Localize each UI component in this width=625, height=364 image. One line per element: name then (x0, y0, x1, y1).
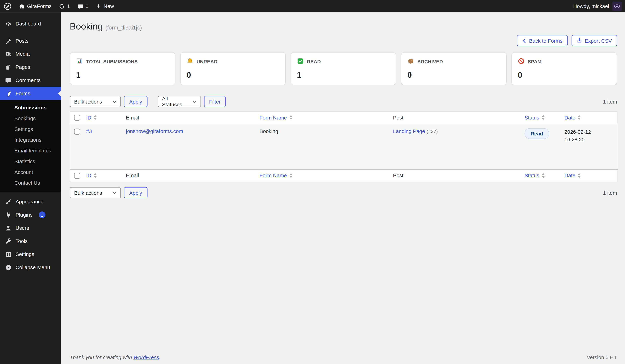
submission-date: 2026-02-12 (564, 128, 618, 136)
sidebar-item-pages[interactable]: Pages (0, 60, 61, 74)
item-count: 1 item (603, 190, 617, 196)
post-header: Post (393, 169, 525, 182)
sort-by-id[interactable]: ID (86, 171, 97, 179)
sort-by-form-name[interactable]: Form Name (259, 171, 293, 179)
collapse-menu-button[interactable]: Collapse Menu (0, 261, 61, 274)
howdy-text: Howdy, mickael (573, 3, 609, 9)
sidebar-item-media[interactable]: Media (0, 47, 61, 60)
sidebar-item-users[interactable]: Users (0, 222, 61, 235)
comment-count: 0 (86, 3, 89, 9)
submenu-item-account[interactable]: Account (0, 167, 61, 178)
paintbrush-icon (5, 198, 12, 205)
sidebar-item-label: Plugins (16, 212, 33, 218)
giraffe-icon (5, 90, 12, 97)
submission-email-link[interactable]: jonsnow@giraforms.com (126, 128, 183, 134)
sort-by-date[interactable]: Date (564, 171, 581, 179)
stat-value: 1 (297, 70, 390, 80)
filter-label: Filter (209, 99, 220, 104)
comments-link[interactable]: 0 (74, 0, 92, 12)
site-name: GiraForms (27, 3, 52, 9)
sidebar-item-label: Collapse Menu (16, 264, 50, 270)
stat-label: READ (307, 59, 321, 64)
menu-separator (0, 192, 61, 195)
status-badge: Read (525, 128, 549, 139)
submenu-label: Account (14, 169, 33, 175)
account-menu[interactable]: Howdy, mickael (573, 1, 625, 11)
status-filter-select[interactable]: All Statuses (158, 96, 201, 107)
wordpress-link[interactable]: WordPress (133, 354, 159, 360)
sidebar-item-plugins[interactable]: Plugins 1 (0, 208, 61, 222)
wrench-icon (5, 238, 12, 245)
new-label: New (104, 3, 114, 9)
pushpin-icon (5, 37, 12, 44)
wordpress-menu[interactable] (0, 0, 15, 12)
table-toolbar-bottom: Bulk actions Apply 1 item (70, 187, 617, 198)
comment-bubble-icon (5, 77, 12, 84)
item-count: 1 item (603, 99, 617, 104)
submenu-item-bookings[interactable]: Bookings (0, 113, 61, 124)
sidebar-item-tools[interactable]: Tools (0, 234, 61, 248)
sort-by-status[interactable]: Status (525, 113, 545, 122)
sidebar-item-settings[interactable]: Settings (0, 248, 61, 261)
chevron-down-icon (192, 100, 197, 103)
update-count: 1 (67, 3, 70, 9)
apply-button[interactable]: Apply (124, 96, 147, 107)
sort-arrows-icon (289, 171, 292, 179)
email-header: Email (126, 169, 259, 182)
sidebar-item-forms[interactable]: Forms (0, 87, 61, 100)
comment-bubble-icon (77, 3, 84, 9)
sort-arrows-icon (94, 113, 97, 122)
filter-button[interactable]: Filter (204, 96, 226, 107)
footer-thanks: Thank you for creating with WordPress. (70, 354, 161, 360)
select-all-checkbox[interactable] (74, 115, 80, 121)
plus-icon (96, 3, 102, 9)
pages-icon (5, 63, 12, 71)
submenu-item-contact-us[interactable]: Contact Us (0, 178, 61, 188)
stat-card-unread: UNREAD 0 (180, 52, 286, 85)
post-link[interactable]: Landing Page (393, 128, 425, 134)
id-header-label: ID (86, 115, 91, 120)
main-content: Booking(form_tli9ai1jc) Back to Forms (61, 12, 625, 364)
submenu-label: Statistics (14, 159, 35, 164)
site-name-link[interactable]: GiraForms (15, 0, 55, 12)
sort-by-form-name[interactable]: Form Name (259, 113, 293, 122)
updates-refresh-icon (59, 3, 65, 9)
sidebar-item-comments[interactable]: Comments (0, 74, 61, 87)
sort-by-date[interactable]: Date (564, 113, 581, 122)
no-entry-icon (518, 58, 525, 66)
sidebar-item-label: Dashboard (16, 21, 41, 27)
apply-button[interactable]: Apply (124, 187, 147, 198)
submenu-item-email-templates[interactable]: Email templates (0, 145, 61, 156)
updates-link[interactable]: 1 (55, 0, 74, 12)
header-actions: Back to Forms Export CSV (70, 35, 617, 46)
admin-footer: Thank you for creating with WordPress. V… (70, 354, 617, 360)
post-header: Post (393, 112, 525, 124)
bulk-actions-select[interactable]: Bulk actions (70, 96, 121, 107)
date-header-label: Date (564, 115, 575, 120)
sidebar-item-dashboard[interactable]: Dashboard (0, 17, 61, 30)
sort-by-id[interactable]: ID (86, 113, 97, 122)
export-csv-button[interactable]: Export CSV (572, 35, 617, 46)
sidebar-item-posts[interactable]: Posts (0, 34, 61, 47)
submenu-label: Email templates (14, 148, 51, 154)
sidebar-item-label: Forms (16, 90, 30, 96)
submenu-item-statistics[interactable]: Statistics (0, 156, 61, 167)
back-to-forms-button[interactable]: Back to Forms (517, 35, 567, 46)
sliders-icon (5, 251, 12, 258)
submenu-label: Submissions (14, 105, 47, 111)
submenu-item-settings[interactable]: Settings (0, 124, 61, 135)
submission-id-link[interactable]: #3 (86, 128, 92, 134)
form-id: (form_tli9ai1jc) (105, 24, 142, 31)
submenu-item-integrations[interactable]: Integrations (0, 135, 61, 145)
stat-label: ARCHIVED (417, 59, 443, 64)
bulk-actions-select[interactable]: Bulk actions (70, 187, 121, 198)
sidebar-item-label: Users (16, 225, 29, 231)
new-content-menu[interactable]: New (92, 0, 118, 12)
row-checkbox[interactable] (74, 129, 80, 134)
select-all-checkbox[interactable] (74, 173, 80, 179)
apply-label: Apply (129, 190, 142, 196)
submenu-item-submissions[interactable]: Submissions (0, 102, 61, 113)
sidebar-item-appearance[interactable]: Appearance (0, 195, 61, 208)
submission-form-name: Booking (259, 128, 278, 134)
sort-by-status[interactable]: Status (525, 171, 545, 179)
